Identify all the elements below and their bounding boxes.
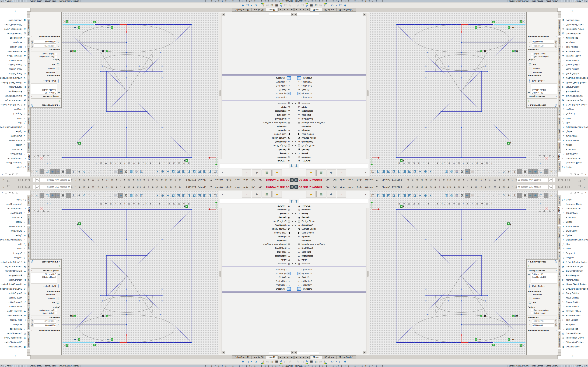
scroll-thumb[interactable] [269, 13, 291, 16]
sketch-tool-item[interactable]: ⋈ Mirror Entities [561, 278, 588, 282]
sketch-tool-item[interactable]: ⊛ Circular Sketch Pattern [561, 76, 588, 81]
next-tab-icon[interactable]: ▶ [302, 8, 306, 11]
sketch-tree-row[interactable]: ⌐ (-) Sketch5(-) Sketch5 [294, 279, 369, 283]
tree-row[interactable]: ▱ Front PlaneFront Plane [219, 246, 294, 250]
add-relation-button[interactable]: ⚓Fix [527, 300, 558, 304]
bottom-toolbar-icon[interactable]: ✱ [344, 360, 346, 364]
ribbon-tool-icon[interactable]: ⊥ [476, 169, 480, 175]
sketch-tool-item[interactable]: ◇ Polygon [0, 107, 27, 112]
ribbon-tool-icon[interactable]: ⊡ [470, 193, 475, 198]
heads-up-view-toolbar[interactable]: ◉ ≋ ◉ Ш ◉ ◎ ◉ + ◉ ɔC ◉ ≋ ◉ • ◉ ≌ ◉ ✱ ◉ ≋ [398, 202, 494, 205]
doc-restore2-icon[interactable] [543, 155, 545, 157]
sketch-relation-badge[interactable]: ✎3 [184, 205, 188, 208]
property-manager-tab[interactable]: ▤ [316, 169, 326, 176]
relations-listbox[interactable]: Collinear108Equal length109 [531, 272, 557, 284]
ribbon-tool-icon[interactable]: ◨ [381, 193, 386, 198]
scroll-left-icon[interactable]: ◀ [291, 13, 294, 16]
ribbon-tool-icon[interactable]: ◧ [397, 193, 401, 198]
scroll-right-icon[interactable]: ▶ [363, 351, 366, 354]
sketch-tool-item[interactable]: ◐ Silhouette Entities [561, 23, 588, 27]
sketch-relation-badge[interactable]: ≡109 [102, 50, 108, 52]
menu-item[interactable]: Tools [355, 178, 363, 182]
sketch-tool-item[interactable]: ○ Ellipse [0, 220, 27, 224]
tree-splitter-2[interactable] [294, 291, 369, 292]
sketch-relation-badge[interactable]: ✎3 [519, 20, 524, 23]
sketch-tool-item[interactable]: ▪ Point [0, 247, 27, 251]
ribbon-tool-icon[interactable]: ↩ [465, 193, 470, 198]
tree-row[interactable]: ▶ ▥ FeaturesFeatures [219, 262, 294, 266]
bottom-toolbar-icon[interactable]: ✎ [289, 360, 292, 364]
tree-row[interactable]: ★ FavoritesFavorites [294, 208, 369, 212]
sketch-tool-item[interactable]: ⊏ Offset Entities [0, 345, 27, 349]
length-spinner[interactable]: ▲▼ [31, 44, 34, 48]
sketch-relation-badge[interactable]: ≡109 [512, 50, 518, 52]
tree-row[interactable]: Σ EquationsEquations [219, 125, 294, 128]
feature-tree-tab[interactable]: ◆ [306, 169, 316, 176]
ribbon-tool-icon[interactable]: ▦ [454, 169, 459, 175]
sketch-relation-badge[interactable]: ✎3 [507, 142, 511, 144]
configuration-manager-tab[interactable]: ⊕ [327, 191, 336, 198]
sketch-tool-item[interactable]: ↻ Rotate Entities [561, 300, 588, 305]
ribbon-tool-icon[interactable]: ◍ [449, 169, 454, 175]
sketch-tool-item[interactable]: ◖ Partial Ellipse [0, 138, 27, 143]
expander-icon[interactable]: ▶ [295, 224, 297, 226]
ribbon-tool-icon[interactable]: ◪ [192, 193, 197, 198]
sketch-tool-item[interactable]: ∴ Segment [0, 112, 27, 116]
close-button[interactable]: × [2, 186, 4, 188]
bottom-toolbar-icon[interactable]: ▤ [301, 3, 304, 7]
user-account-icon[interactable] [25, 185, 30, 189]
model-tab[interactable]: 3D Views [322, 355, 336, 359]
heads-up-view-toolbar[interactable]: ◉ ≋ ◉ Ш ◉ ◎ ◉ + ◉ ɔC ◉ ≋ ◉ • ◉ ≌ ◉ ✱ ◉ ≋ [398, 162, 494, 165]
first-tab-icon[interactable]: |◀ [290, 8, 294, 11]
tree-row[interactable]: ▱ Right PlaneRight Plane [294, 254, 369, 258]
relation-item[interactable]: Equal length109 [532, 275, 556, 278]
ribbon-tool-icon[interactable]: ⊡ [113, 169, 118, 175]
sketch-tool-item[interactable]: ▱ Parallelogram [561, 89, 588, 94]
tree-row[interactable]: ▶ ◔ HistoryHistory [219, 151, 294, 155]
sketch-tree-row[interactable]: ⌐ (-) Sketch4(-) Sketch4 [294, 283, 369, 287]
ribbon-tool-icon[interactable]: ◨ [181, 193, 186, 198]
next-tab-icon[interactable]: ▶ [302, 356, 306, 359]
units-selector[interactable]: Custom ▲ [574, 365, 584, 367]
sketch-tool-item[interactable]: ∪ Fit Spline [561, 322, 588, 327]
sketch-tool-item[interactable]: ∿ Style Spline [0, 229, 27, 233]
ribbon-tool-icon[interactable]: ▦ [129, 169, 134, 175]
sketch-tool-item[interactable]: ⋈ Mirror Entities [561, 85, 588, 90]
sketch-tool-item[interactable]: ◠ Centerpoint Arc [0, 156, 27, 161]
tree-vertical-scrollbar[interactable] [219, 13, 222, 159]
sketch-relation-badge[interactable]: ≡109 [508, 26, 514, 29]
relations-listbox[interactable]: Collinear108Equal length109 [531, 83, 557, 95]
tree-row[interactable]: ☰ Material <not specified>Material <not … [219, 121, 294, 125]
menu-item[interactable]: View [338, 185, 346, 189]
panel-help-icon[interactable]: ? [31, 260, 34, 263]
sketch-tool-item[interactable]: ⊡ Copy Entities [0, 291, 27, 296]
sketch-tree-row[interactable]: ⌐ (-) Sketch6(-) Sketch6 [219, 76, 294, 80]
angle-parameter-input[interactable] [34, 324, 56, 327]
sketch-tree-row[interactable]: ⌐ Sketch3Sketch3 [294, 88, 369, 92]
ribbon-tool-icon[interactable]: ✎ [502, 169, 506, 175]
property-manager-tab[interactable]: ▤ [316, 191, 326, 198]
bottom-toolbar-icon[interactable]: ⇄ [266, 3, 269, 7]
sketch-tool-item[interactable]: ◫ Convert Entities [0, 331, 27, 336]
expander-icon[interactable]: ▶ [291, 263, 293, 264]
doc-close-icon[interactable]: × [34, 155, 35, 157]
sketch-relation-badge[interactable]: ✎3 [64, 344, 69, 347]
pin-menu-icon[interactable] [376, 179, 378, 181]
sketch-tool-item[interactable]: ∴ Segment [0, 251, 27, 256]
tree-splitter[interactable] [294, 266, 369, 267]
sketch-tool-item[interactable]: ↖ Move Entities [561, 67, 588, 72]
tree-row[interactable]: ✎ MarkupsMarkups [219, 235, 294, 239]
panel-help-icon[interactable]: ? [554, 260, 557, 263]
ribbon-tool-icon[interactable]: ◫ [444, 169, 449, 175]
tree-row[interactable]: ☰ Material <not specified>Material <not … [294, 242, 369, 246]
ribbon-tool-icon[interactable]: ◆ [160, 193, 165, 198]
ribbon-tool-icon[interactable]: ⊞ [61, 193, 65, 198]
command-tab[interactable]: Evaluate [27, 117, 30, 127]
menu-item[interactable]: Edit [250, 178, 257, 182]
panel-flyout-chevron-icon[interactable]: › [222, 171, 223, 174]
menu-item[interactable]: Window [364, 178, 374, 182]
sketch-relation-badge[interactable]: ≡109 [475, 26, 481, 29]
option-checkbox[interactable]: Infinite length [527, 312, 558, 315]
display-manager-tab[interactable]: ◔ [242, 191, 251, 198]
sketch-tool-item[interactable]: ◜ 3 Point Arc [561, 215, 588, 220]
